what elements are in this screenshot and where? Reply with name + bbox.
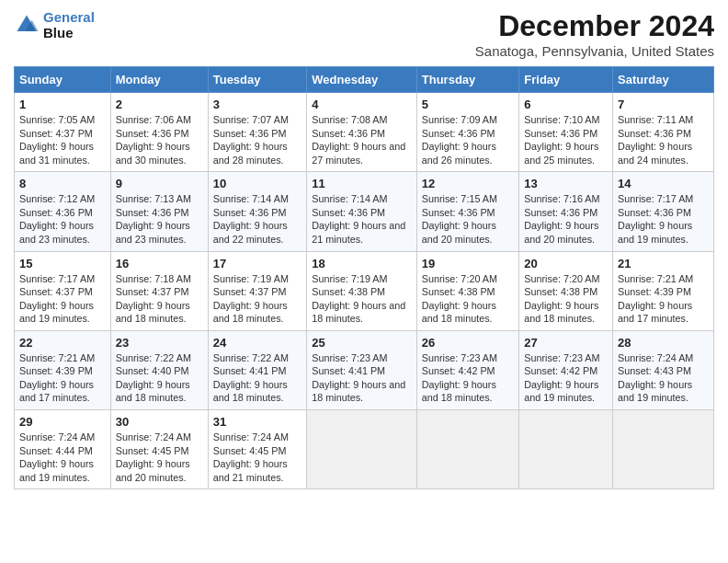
week-row-4: 22Sunrise: 7:21 AMSunset: 4:39 PMDayligh…	[15, 330, 714, 409]
day-info: Sunrise: 7:24 AMSunset: 4:45 PMDaylight:…	[116, 431, 203, 484]
day-number: 19	[422, 257, 515, 270]
day-number: 25	[312, 336, 411, 350]
calendar-cell: 21Sunrise: 7:21 AMSunset: 4:39 PMDayligh…	[613, 251, 714, 330]
day-info: Sunrise: 7:23 AMSunset: 4:42 PMDaylight:…	[524, 351, 608, 405]
calendar-cell: 16Sunrise: 7:18 AMSunset: 4:37 PMDayligh…	[110, 251, 208, 330]
week-row-1: 1Sunrise: 7:05 AMSunset: 4:37 PMDaylight…	[15, 93, 714, 172]
header-day-tuesday: Tuesday	[208, 67, 307, 93]
day-info: Sunrise: 7:17 AMSunset: 4:36 PMDaylight:…	[618, 192, 709, 246]
header-day-wednesday: Wednesday	[307, 67, 416, 93]
day-info: Sunrise: 7:24 AMSunset: 4:43 PMDaylight:…	[618, 351, 709, 405]
day-info: Sunrise: 7:12 AMSunset: 4:36 PMDaylight:…	[19, 192, 106, 246]
day-info: Sunrise: 7:22 AMSunset: 4:40 PMDaylight:…	[116, 351, 203, 405]
calendar-cell: 12Sunrise: 7:15 AMSunset: 4:36 PMDayligh…	[416, 172, 519, 251]
header: General Blue December 2024 Sanatoga, Pen…	[14, 9, 714, 59]
calendar-cell: 31Sunrise: 7:24 AMSunset: 4:45 PMDayligh…	[208, 410, 307, 489]
header-day-thursday: Thursday	[416, 67, 519, 93]
calendar-cell: 9Sunrise: 7:13 AMSunset: 4:36 PMDaylight…	[110, 172, 208, 251]
day-number: 18	[312, 257, 411, 270]
calendar-cell	[307, 410, 416, 489]
day-number: 4	[312, 98, 411, 111]
day-info: Sunrise: 7:10 AMSunset: 4:36 PMDaylight:…	[524, 113, 608, 167]
calendar-cell: 27Sunrise: 7:23 AMSunset: 4:42 PMDayligh…	[519, 330, 613, 409]
calendar-cell: 1Sunrise: 7:05 AMSunset: 4:37 PMDaylight…	[15, 93, 111, 172]
day-number: 13	[524, 177, 608, 190]
day-number: 21	[618, 257, 709, 270]
day-info: Sunrise: 7:24 AMSunset: 4:44 PMDaylight:…	[19, 431, 106, 484]
calendar-cell: 5Sunrise: 7:09 AMSunset: 4:36 PMDaylight…	[416, 93, 519, 172]
logo-text: General Blue	[43, 9, 95, 40]
header-day-friday: Friday	[519, 67, 613, 93]
header-day-saturday: Saturday	[613, 67, 714, 93]
day-number: 26	[422, 336, 515, 350]
day-info: Sunrise: 7:13 AMSunset: 4:36 PMDaylight:…	[116, 192, 203, 246]
day-number: 31	[213, 415, 302, 429]
day-info: Sunrise: 7:21 AMSunset: 4:39 PMDaylight:…	[19, 351, 106, 405]
day-number: 17	[213, 257, 302, 270]
calendar-cell: 25Sunrise: 7:23 AMSunset: 4:41 PMDayligh…	[307, 330, 416, 409]
calendar-cell	[416, 410, 519, 489]
day-info: Sunrise: 7:20 AMSunset: 4:38 PMDaylight:…	[422, 272, 515, 326]
day-info: Sunrise: 7:23 AMSunset: 4:41 PMDaylight:…	[312, 351, 411, 405]
day-number: 22	[19, 336, 106, 350]
calendar-cell: 6Sunrise: 7:10 AMSunset: 4:36 PMDaylight…	[519, 93, 613, 172]
calendar-cell: 10Sunrise: 7:14 AMSunset: 4:36 PMDayligh…	[208, 172, 307, 251]
day-number: 10	[213, 177, 302, 190]
calendar-cell: 30Sunrise: 7:24 AMSunset: 4:45 PMDayligh…	[110, 410, 208, 489]
day-info: Sunrise: 7:11 AMSunset: 4:36 PMDaylight:…	[618, 113, 709, 167]
week-row-3: 15Sunrise: 7:17 AMSunset: 4:37 PMDayligh…	[15, 251, 714, 330]
calendar-cell: 11Sunrise: 7:14 AMSunset: 4:36 PMDayligh…	[307, 172, 416, 251]
day-number: 28	[618, 336, 709, 350]
day-info: Sunrise: 7:08 AMSunset: 4:36 PMDaylight:…	[312, 113, 411, 167]
calendar-cell: 3Sunrise: 7:07 AMSunset: 4:36 PMDaylight…	[208, 93, 307, 172]
calendar-cell: 29Sunrise: 7:24 AMSunset: 4:44 PMDayligh…	[15, 410, 111, 489]
header-day-monday: Monday	[110, 67, 208, 93]
calendar-cell: 26Sunrise: 7:23 AMSunset: 4:42 PMDayligh…	[416, 330, 519, 409]
week-row-2: 8Sunrise: 7:12 AMSunset: 4:36 PMDaylight…	[15, 172, 714, 251]
day-info: Sunrise: 7:16 AMSunset: 4:36 PMDaylight:…	[524, 192, 608, 246]
calendar-cell: 14Sunrise: 7:17 AMSunset: 4:36 PMDayligh…	[613, 172, 714, 251]
calendar-cell: 28Sunrise: 7:24 AMSunset: 4:43 PMDayligh…	[613, 330, 714, 409]
calendar-cell	[519, 410, 613, 489]
day-info: Sunrise: 7:15 AMSunset: 4:36 PMDaylight:…	[422, 192, 515, 246]
day-number: 14	[618, 177, 709, 190]
day-info: Sunrise: 7:23 AMSunset: 4:42 PMDaylight:…	[422, 351, 515, 405]
header-day-sunday: Sunday	[15, 67, 111, 93]
day-info: Sunrise: 7:24 AMSunset: 4:45 PMDaylight:…	[213, 431, 302, 484]
day-number: 8	[19, 177, 106, 190]
day-number: 3	[213, 98, 302, 111]
day-number: 12	[422, 177, 515, 190]
logo: General Blue	[14, 9, 95, 40]
calendar-cell: 13Sunrise: 7:16 AMSunset: 4:36 PMDayligh…	[519, 172, 613, 251]
calendar-cell: 7Sunrise: 7:11 AMSunset: 4:36 PMDaylight…	[613, 93, 714, 172]
day-info: Sunrise: 7:20 AMSunset: 4:38 PMDaylight:…	[524, 272, 608, 326]
day-info: Sunrise: 7:14 AMSunset: 4:36 PMDaylight:…	[312, 192, 411, 246]
day-number: 24	[213, 336, 302, 350]
main-title: December 2024	[475, 9, 714, 43]
day-info: Sunrise: 7:21 AMSunset: 4:39 PMDaylight:…	[618, 272, 709, 326]
day-info: Sunrise: 7:09 AMSunset: 4:36 PMDaylight:…	[422, 113, 515, 167]
calendar-cell	[613, 410, 714, 489]
calendar-cell: 8Sunrise: 7:12 AMSunset: 4:36 PMDaylight…	[15, 172, 111, 251]
day-number: 1	[19, 98, 106, 111]
header-row: SundayMondayTuesdayWednesdayThursdayFrid…	[15, 67, 714, 93]
calendar-cell: 2Sunrise: 7:06 AMSunset: 4:36 PMDaylight…	[110, 93, 208, 172]
day-number: 23	[116, 336, 203, 350]
day-info: Sunrise: 7:18 AMSunset: 4:37 PMDaylight:…	[116, 272, 203, 326]
calendar-cell: 22Sunrise: 7:21 AMSunset: 4:39 PMDayligh…	[15, 330, 111, 409]
day-info: Sunrise: 7:22 AMSunset: 4:41 PMDaylight:…	[213, 351, 302, 405]
day-info: Sunrise: 7:17 AMSunset: 4:37 PMDaylight:…	[19, 272, 106, 326]
calendar-cell: 19Sunrise: 7:20 AMSunset: 4:38 PMDayligh…	[416, 251, 519, 330]
calendar-table: SundayMondayTuesdayWednesdayThursdayFrid…	[14, 66, 714, 489]
day-number: 5	[422, 98, 515, 111]
day-number: 9	[116, 177, 203, 190]
day-info: Sunrise: 7:14 AMSunset: 4:36 PMDaylight:…	[213, 192, 302, 246]
day-number: 11	[312, 177, 411, 190]
day-info: Sunrise: 7:19 AMSunset: 4:37 PMDaylight:…	[213, 272, 302, 326]
day-info: Sunrise: 7:06 AMSunset: 4:36 PMDaylight:…	[116, 113, 203, 167]
subtitle: Sanatoga, Pennsylvania, United States	[475, 43, 714, 59]
day-number: 30	[116, 415, 203, 429]
day-info: Sunrise: 7:19 AMSunset: 4:38 PMDaylight:…	[312, 272, 411, 326]
day-number: 7	[618, 98, 709, 111]
day-number: 16	[116, 257, 203, 270]
